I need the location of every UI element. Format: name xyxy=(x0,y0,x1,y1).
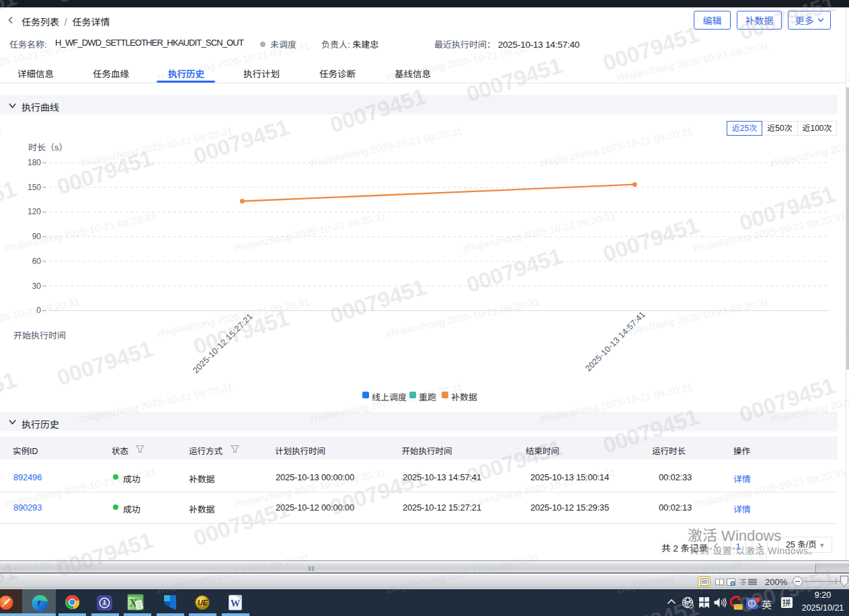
svg-text:UE: UE xyxy=(198,599,208,607)
svg-text:W: W xyxy=(231,597,241,608)
